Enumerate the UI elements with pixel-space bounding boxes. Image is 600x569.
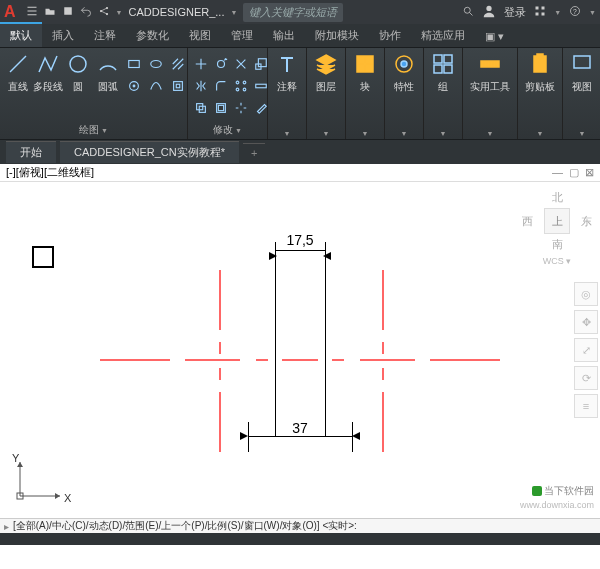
panel-properties: 特性 ▼ [385,48,424,139]
help-icon[interactable]: ? [569,5,581,19]
user-icon[interactable] [482,4,496,20]
ellipse-icon[interactable] [146,54,166,74]
arc-button[interactable]: 圆弧 [94,50,122,96]
layers-button[interactable]: 图层 [311,50,341,96]
minimize-viewport-icon[interactable]: — [552,166,563,179]
text-button[interactable]: 注释 [272,50,302,96]
menu-icon[interactable] [26,5,38,19]
tab-view[interactable]: 视图 [179,24,221,47]
centerline-h [256,359,268,361]
viewcube-top[interactable]: 上 [544,208,570,234]
app-logo: A [4,3,16,21]
line-button[interactable]: 直线 [4,50,32,96]
svg-rect-7 [542,7,545,10]
centerline-h [100,359,170,361]
centerline-h [430,359,500,361]
caret-icon[interactable]: ▼ [589,9,596,16]
search-input[interactable]: 键入关键字或短语 [243,3,343,22]
copy-icon[interactable] [192,98,210,118]
save-icon[interactable] [62,5,74,19]
properties-button[interactable]: 特性 [389,50,419,96]
svg-rect-40 [574,56,590,68]
svg-point-22 [243,81,246,84]
close-viewport-icon[interactable]: ⊠ [585,166,594,179]
hatch-icon[interactable] [168,54,188,74]
caret-icon[interactable]: ▼ [554,9,561,16]
svg-point-3 [105,13,107,15]
move-icon[interactable] [192,54,210,74]
drawing-canvas[interactable]: 17,5 37 北 西 上 东 南 WCS ▾ ◎ ✥ ⤢ ⟳ [0,182,600,518]
basepoint-button[interactable]: 视图 [567,50,597,96]
group-button[interactable]: 组 [428,50,458,96]
panel-view: 视图 ▼ [563,48,600,139]
viewcube-n[interactable]: 北 [522,190,592,205]
panel-draw: 直线 多段线 圆 圆弧 绘图▼ [0,48,188,139]
block-button[interactable]: 块 [350,50,380,96]
panel-title-groups: ▼ [428,129,458,139]
offset-icon[interactable] [212,98,230,118]
document-tab[interactable]: CADDESIGNER_CN实例教程* [60,141,239,163]
tab-manage[interactable]: 管理 [221,24,263,47]
undo-icon[interactable] [80,5,92,19]
svg-point-24 [243,88,246,91]
region-icon[interactable] [168,76,188,96]
panel-clipboard: 剪贴板 ▼ [518,48,563,139]
tab-insert[interactable]: 插入 [42,24,84,47]
new-tab-button[interactable]: + [243,143,265,162]
caret-icon[interactable]: ▼ [230,9,237,16]
centerline-v [219,342,221,354]
wcs-label[interactable]: WCS ▾ [522,256,592,266]
svg-point-21 [236,81,239,84]
apps-icon[interactable] [534,5,546,19]
viewport-header: [-][俯视][二维线框] — ▢ ⊠ [0,164,600,182]
fillet-icon[interactable] [212,76,230,96]
search-icon[interactable] [462,5,474,19]
extension-line [275,242,276,437]
viewcube-w[interactable]: 西 [522,214,533,229]
ucs-icon: X Y [10,456,70,508]
svg-point-1 [99,10,101,12]
nav-showmotion-icon[interactable]: ≡ [574,394,598,418]
tab-addins[interactable]: 附加模块 [305,24,369,47]
viewcube-s[interactable]: 南 [522,237,592,252]
tab-default[interactable]: 默认 [0,22,42,47]
nav-orbit-icon[interactable]: ⟳ [574,366,598,390]
centerline-h [360,359,415,361]
navigation-bar: ◎ ✥ ⤢ ⟳ ≡ [574,282,598,418]
start-tab[interactable]: 开始 [6,141,56,163]
open-icon[interactable] [44,5,56,19]
array-icon[interactable] [232,76,250,96]
polyline-button[interactable]: 多段线 [34,50,62,96]
tab-express[interactable]: 精选应用 [411,24,475,47]
rect-icon[interactable] [124,54,144,74]
point-icon[interactable] [124,76,144,96]
share-icon[interactable] [98,5,110,19]
explode-icon[interactable] [232,98,250,118]
tab-collab[interactable]: 协作 [369,24,411,47]
login-button[interactable]: 登录 [504,5,526,20]
tab-overflow[interactable]: ▣ ▾ [475,26,514,47]
panel-title-clipboard: ▼ [522,129,558,139]
tab-annotate[interactable]: 注释 [84,24,126,47]
trim-icon[interactable] [232,54,250,74]
measure-button[interactable]: 实用工具 [467,50,513,96]
tab-parametric[interactable]: 参数化 [126,24,179,47]
document-title: CADDESIGNER_... [129,6,225,18]
spline-icon[interactable] [146,76,166,96]
caret-icon[interactable]: ▼ [116,9,123,16]
nav-zoom-icon[interactable]: ⤢ [574,338,598,362]
ucs-x-label: X [64,492,71,504]
nav-pan-icon[interactable]: ✥ [574,310,598,334]
nav-wheel-icon[interactable]: ◎ [574,282,598,306]
maximize-viewport-icon[interactable]: ▢ [569,166,579,179]
tab-output[interactable]: 输出 [263,24,305,47]
paste-button[interactable]: 剪贴板 [522,50,558,96]
rotate-icon[interactable] [212,54,230,74]
viewport-label[interactable]: [-][俯视][二维线框] [6,165,94,180]
viewcube[interactable]: 北 西 上 东 南 WCS ▾ [522,190,592,266]
svg-point-15 [133,85,135,87]
command-line[interactable]: ▸ [全部(A)/中心(C)/动态(D)/范围(E)/上一个(P)/比例(S)/… [0,518,600,533]
circle-button[interactable]: 圆 [64,50,92,96]
mirror-icon[interactable] [192,76,210,96]
viewcube-e[interactable]: 东 [581,214,592,229]
